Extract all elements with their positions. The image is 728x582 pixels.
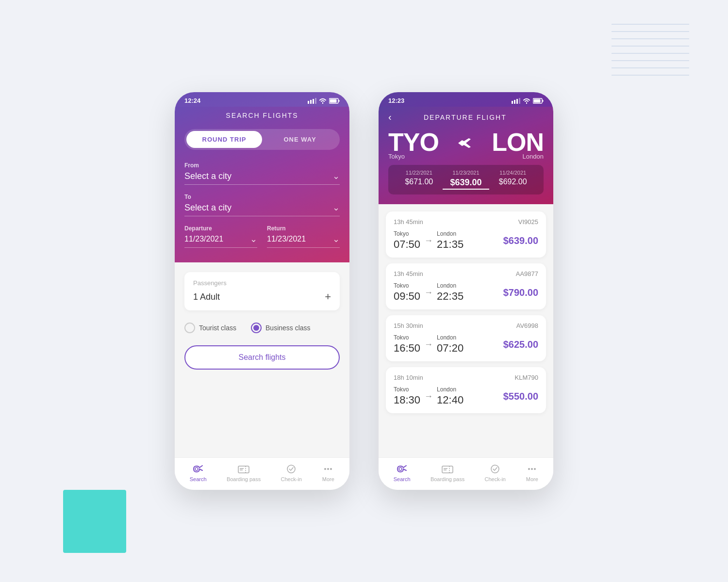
dp-date-1: 11/23/2021	[452, 170, 479, 176]
flight-duration-1: 13h 45min	[394, 270, 423, 277]
flight-top-2: 15h 30min AV6998	[394, 322, 538, 329]
nav-more-label-right: More	[526, 476, 538, 482]
right-phone: 12:23 ‹ DEPARTURE FLIGHT	[379, 92, 553, 490]
flight-bottom-0: Tokyo 07:50 → London 21:35 $639.00	[394, 230, 538, 251]
date-price-2[interactable]: 11/24/2021 $692.00	[489, 170, 536, 190]
flight-departure-0: Tokyo 07:50	[394, 230, 420, 251]
flight-origin-city-1: Tokvo	[394, 282, 420, 289]
flight-price-2: $625.00	[503, 339, 538, 350]
svg-point-38	[531, 468, 533, 470]
nav-search-label-left: Search	[190, 476, 207, 482]
status-bar-right: 12:23	[379, 92, 553, 107]
nav-search-left[interactable]: Search	[190, 464, 207, 482]
nav-checkin-left[interactable]: Check-in	[281, 464, 302, 482]
more-nav-icon-right	[526, 464, 538, 474]
flight-card-1[interactable]: 13h 45min AA9877 Tokvo 09:50 → London 22…	[386, 263, 546, 309]
svg-rect-29	[534, 99, 541, 102]
bottom-nav-right: Search Boarding pass Check-in	[379, 457, 553, 490]
one-way-btn[interactable]: ONE WAY	[262, 131, 338, 148]
departure-date-row[interactable]: 11/23/2021 ⌄	[184, 234, 257, 248]
origin-code: TYO	[388, 128, 439, 157]
back-button[interactable]: ‹	[388, 112, 392, 123]
svg-rect-13	[330, 99, 337, 102]
flights-list: 13h 45min VI9025 Tokyo 07:50 → London 21…	[379, 204, 553, 457]
flight-arrival-time-0: 21:35	[437, 238, 463, 251]
flight-card-2[interactable]: 15h 30min AV6998 Tokvo 16:50 → London 07…	[386, 315, 546, 361]
svg-rect-26	[516, 99, 518, 104]
to-field-row[interactable]: Select a city ⌄	[184, 202, 340, 216]
flight-arrow-3: →	[424, 391, 433, 402]
to-label: To	[184, 194, 340, 200]
svg-rect-14	[339, 100, 340, 102]
flight-arrow-2: →	[424, 340, 433, 350]
bottom-nav-left: Search Boarding pass Check-in	[175, 457, 349, 490]
flight-price-0: $639.00	[503, 235, 538, 246]
to-value: Select a city	[184, 203, 232, 213]
signal-icon-left	[308, 98, 316, 104]
status-icons-right	[512, 98, 544, 104]
flight-origin-city-0: Tokyo	[394, 230, 420, 237]
svg-rect-30	[543, 100, 544, 102]
date-price-row: 11/22/2021 $671.00 11/23/2021 $639.00 11…	[388, 165, 544, 194]
passengers-label: Passengers	[193, 279, 331, 287]
status-time-right: 12:23	[388, 97, 404, 104]
signal-icon-right	[512, 98, 520, 104]
business-radio-dot	[253, 325, 259, 331]
phone-body-left: Passengers 1 Adult + Tourist class Busin…	[175, 262, 349, 457]
flight-code-0: VI9025	[518, 218, 538, 226]
flight-top-3: 18h 10min KLM790	[394, 374, 538, 381]
flight-card-0[interactable]: 13h 45min VI9025 Tokyo 07:50 → London 21…	[386, 211, 546, 258]
nav-more-label-left: More	[322, 476, 334, 482]
from-field-row[interactable]: Select a city ⌄	[184, 171, 340, 185]
svg-rect-8	[308, 101, 309, 104]
checkin-nav-icon-right	[489, 464, 501, 474]
svg-rect-24	[512, 101, 513, 104]
bg-decoration-teal	[63, 490, 126, 553]
from-label: From	[184, 162, 340, 169]
date-row: Departure 11/23/2021 ⌄ Return 11/23/2021…	[184, 225, 340, 248]
plane-icon-container	[457, 136, 474, 152]
nav-boarding-right[interactable]: Boarding pass	[430, 464, 464, 482]
date-price-1[interactable]: 11/23/2021 $639.00	[443, 170, 490, 190]
tourist-class-option[interactable]: Tourist class	[184, 323, 236, 333]
flight-code-1: AA9877	[516, 270, 538, 277]
svg-point-21	[324, 468, 326, 470]
dp-price-2: $692.00	[499, 178, 527, 186]
flight-duration-2: 15h 30min	[394, 322, 423, 329]
business-label: Business class	[265, 324, 311, 332]
to-field-group: To Select a city ⌄	[184, 194, 340, 216]
class-row: Tourist class Business class	[184, 320, 340, 336]
flight-departure-2: Tokvo 16:50	[394, 334, 420, 355]
nav-boarding-left[interactable]: Boarding pass	[227, 464, 261, 482]
flight-arrival-time-1: 22:35	[437, 290, 463, 303]
flight-duration-0: 13h 45min	[394, 218, 423, 226]
dp-price-1: $639.00	[450, 178, 481, 188]
checkin-nav-icon-left	[285, 464, 298, 474]
from-field-group: From Select a city ⌄	[184, 162, 340, 185]
svg-rect-27	[519, 98, 520, 104]
status-time-left: 12:24	[184, 97, 200, 104]
flight-departure-time-0: 07:50	[394, 238, 420, 251]
return-date-row[interactable]: 11/23/2021 ⌄	[267, 234, 340, 248]
svg-rect-32	[442, 466, 453, 473]
search-nav-icon-left	[192, 464, 204, 474]
bg-decoration-lines	[612, 19, 689, 78]
nav-more-left[interactable]: More	[322, 464, 334, 482]
nav-search-right[interactable]: Search	[394, 464, 411, 482]
passengers-card: Passengers 1 Adult +	[184, 272, 340, 310]
tourist-label: Tourist class	[199, 324, 236, 332]
flight-dest-city-1: London	[437, 282, 463, 289]
wifi-icon-left	[319, 98, 327, 104]
round-trip-btn[interactable]: ROUND TRIP	[186, 131, 262, 148]
date-price-0[interactable]: 11/22/2021 $671.00	[396, 170, 443, 190]
nav-checkin-right[interactable]: Check-in	[485, 464, 506, 482]
add-passenger-button[interactable]: +	[325, 291, 331, 303]
nav-more-right[interactable]: More	[526, 464, 538, 482]
search-flights-button[interactable]: Search flights	[184, 345, 340, 370]
flight-card-3[interactable]: 18h 10min KLM790 Tokvo 18:30 → London 12…	[386, 367, 546, 413]
departure-date: 11/23/2021	[184, 235, 223, 243]
wifi-icon-right	[523, 98, 530, 104]
flight-times-2: Tokvo 16:50 → London 07:20	[394, 334, 463, 355]
business-class-option[interactable]: Business class	[251, 323, 311, 333]
return-date: 11/23/2021	[267, 235, 306, 243]
